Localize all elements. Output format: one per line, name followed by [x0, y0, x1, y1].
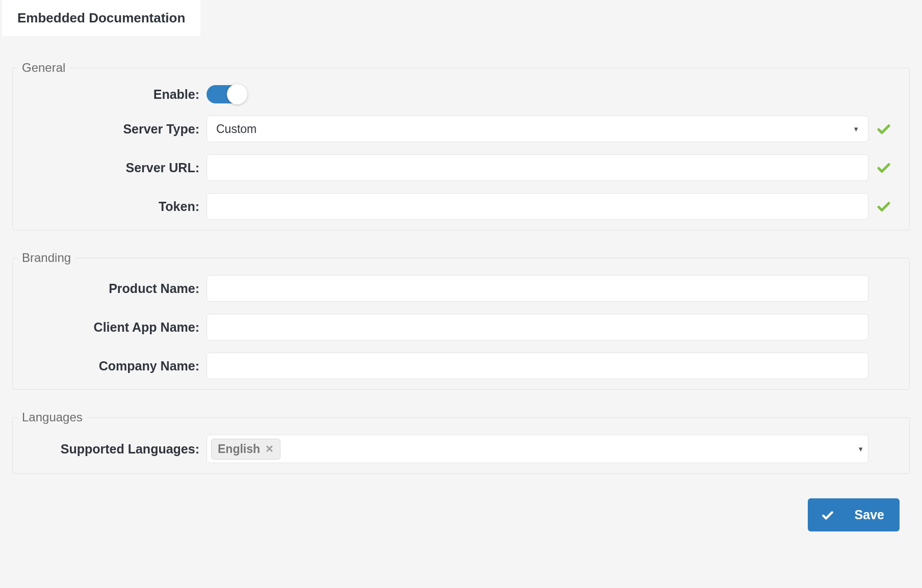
- check-icon: [868, 199, 899, 214]
- save-button[interactable]: Save: [808, 498, 900, 531]
- server-url-input[interactable]: [207, 154, 868, 181]
- product-name-input[interactable]: [207, 275, 868, 302]
- fieldset-general: General Enable: Server Type: Custom: [12, 61, 910, 230]
- label-token: Token:: [23, 199, 207, 214]
- company-name-input[interactable]: [207, 353, 868, 379]
- tab-embedded-documentation[interactable]: Embedded Documentation: [2, 0, 200, 36]
- fieldset-branding: Branding Product Name: Client App Name: …: [12, 251, 910, 390]
- row-enable: Enable:: [13, 79, 909, 110]
- form-footer: Save: [12, 474, 910, 542]
- row-server-type: Server Type: Custom ▼: [13, 110, 909, 148]
- token-input[interactable]: [207, 193, 868, 220]
- row-company-name: Company Name:: [13, 346, 909, 385]
- enable-toggle[interactable]: [207, 85, 245, 103]
- tab-bar: Embedded Documentation: [2, 0, 920, 36]
- caret-down-icon: ▼: [857, 445, 864, 453]
- label-company-name: Company Name:: [23, 359, 207, 373]
- save-button-label: Save: [855, 507, 884, 522]
- page-root: Embedded Documentation General Enable: S…: [0, 0, 922, 556]
- form-content: General Enable: Server Type: Custom: [2, 36, 920, 556]
- legend-branding: Branding: [18, 251, 75, 265]
- label-client-app-name: Client App Name:: [23, 320, 207, 335]
- fieldset-languages: Languages Supported Languages: English ✕…: [12, 410, 910, 474]
- row-token: Token:: [13, 187, 909, 226]
- row-client-app-name: Client App Name:: [13, 308, 909, 346]
- client-app-name-input[interactable]: [207, 314, 868, 340]
- check-icon: [821, 509, 834, 522]
- legend-languages: Languages: [18, 410, 87, 424]
- server-type-select[interactable]: Custom: [207, 116, 868, 142]
- row-product-name: Product Name:: [13, 269, 909, 308]
- label-supported-languages: Supported Languages:: [23, 442, 207, 457]
- supported-languages-select[interactable]: English ✕ ▼: [207, 435, 868, 463]
- chip-label: English: [218, 442, 260, 456]
- check-icon: [868, 121, 899, 137]
- row-supported-languages: Supported Languages: English ✕ ▼: [13, 429, 909, 469]
- toggle-knob: [227, 84, 247, 104]
- check-icon: [868, 160, 899, 175]
- row-server-url: Server URL:: [13, 148, 909, 187]
- label-server-url: Server URL:: [23, 161, 207, 175]
- label-server-type: Server Type:: [23, 122, 207, 137]
- legend-general: General: [18, 61, 69, 75]
- language-chip-english[interactable]: English ✕: [211, 439, 280, 460]
- label-product-name: Product Name:: [23, 281, 207, 296]
- close-icon[interactable]: ✕: [265, 443, 274, 455]
- label-enable: Enable:: [23, 87, 207, 102]
